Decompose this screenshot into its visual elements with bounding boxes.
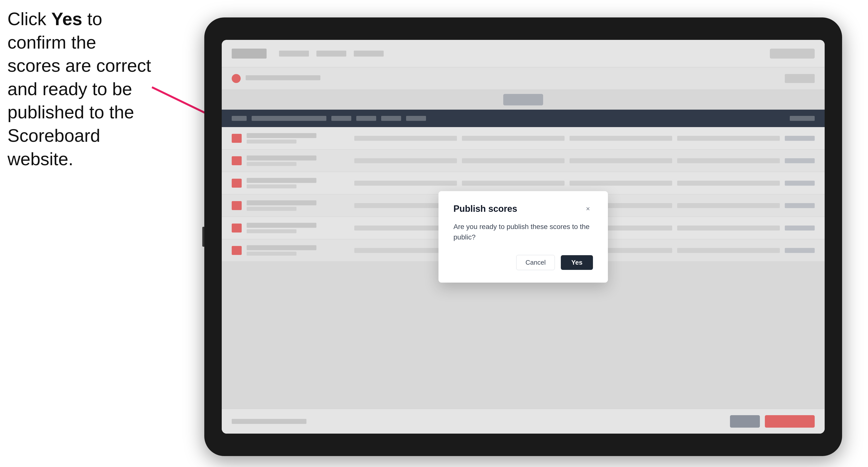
modal-body-text: Are you ready to publish these scores to… [454, 221, 593, 243]
tablet-side-button [202, 227, 204, 247]
modal-footer: Cancel Yes [454, 255, 593, 270]
modal-dialog: Publish scores × Are you ready to publis… [438, 191, 608, 283]
modal-title: Publish scores [454, 204, 517, 214]
instruction-text-part1: Click [7, 9, 51, 29]
instruction-text-part2: to confirm the scores are correct and re… [7, 9, 151, 169]
modal-close-button[interactable]: × [583, 204, 593, 214]
modal-yes-button[interactable]: Yes [561, 255, 593, 270]
modal-cancel-button[interactable]: Cancel [516, 255, 555, 270]
modal-title-row: Publish scores × [454, 204, 593, 214]
instruction-text: Click Yes to confirm the scores are corr… [7, 7, 152, 171]
instruction-bold: Yes [51, 9, 82, 29]
modal-overlay: Publish scores × Are you ready to publis… [222, 40, 825, 434]
tablet-screen: Publish scores × Are you ready to publis… [222, 40, 825, 434]
tablet-device: Publish scores × Are you ready to publis… [204, 18, 842, 456]
